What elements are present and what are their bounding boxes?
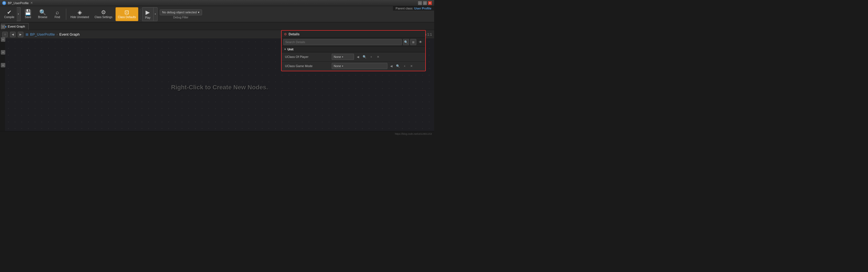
details-section-header[interactable]: ▼ Unit: [282, 47, 425, 52]
debug-dropdown-arrow: ▾: [198, 10, 199, 14]
minimize-button[interactable]: −: [418, 1, 422, 5]
uclass-player-value: None: [334, 55, 341, 58]
row-label-uclass-player: UClass Of Player: [285, 55, 330, 58]
status-url: https://blog.csdn.net/u012801153: [395, 132, 432, 135]
class-settings-label: Class Settings: [95, 16, 113, 19]
title-bar: B BP_UserProfile ✕ − □ ✕: [0, 0, 434, 6]
row-control-uclass-gamemode: None ▾ ◀ 🔍 + ✕: [332, 63, 422, 69]
browse-button[interactable]: 🔍 Browse: [36, 7, 50, 21]
debug-dropdown[interactable]: No debug object selected ▾: [160, 9, 202, 15]
find-button[interactable]: ⌕ Find: [50, 7, 64, 21]
uclass-player-add-btn[interactable]: +: [368, 54, 374, 60]
tab-label: Event Graph: [8, 25, 25, 28]
uclass-player-back-btn[interactable]: ◀: [355, 54, 361, 60]
canvas-hint: Right-Click to Create New Nodes.: [171, 84, 268, 91]
details-row-uclass-gamemode: UClass Game Mode None ▾ ◀ 🔍 + ✕: [282, 62, 425, 71]
browse-label: Browse: [38, 16, 47, 19]
details-grid-button[interactable]: ⊞: [410, 39, 416, 45]
app-icon: B: [2, 1, 6, 5]
uclass-gamemode-value: None: [334, 64, 341, 68]
save-button[interactable]: 💾 Save: [21, 7, 35, 21]
maximize-button[interactable]: □: [423, 1, 427, 5]
tab-bar: ■ Event Graph: [0, 22, 434, 30]
uclass-gamemode-select[interactable]: None ▾: [332, 63, 388, 69]
parent-class-bar: Parent class: User Profile: [393, 6, 434, 10]
section-collapse-arrow: ▼: [284, 48, 286, 51]
find-icon: ⌕: [56, 9, 59, 15]
class-settings-icon: ⚙: [101, 9, 106, 15]
title-close-x: ✕: [30, 1, 33, 5]
details-search-input[interactable]: [283, 39, 402, 45]
uclass-player-select[interactable]: None ▾: [332, 54, 354, 60]
play-icon: ▶: [146, 9, 150, 16]
class-defaults-button[interactable]: ⊡ Class Defaults: [116, 7, 138, 21]
uclass-gamemode-add-btn[interactable]: +: [402, 63, 407, 69]
class-settings-button[interactable]: ⚙ Class Settings: [92, 7, 115, 21]
add-btn-1[interactable]: +: [1, 25, 5, 29]
details-eye-button[interactable]: 👁: [417, 39, 424, 45]
forward-button[interactable]: ▶: [18, 32, 23, 37]
close-button[interactable]: ✕: [428, 1, 432, 5]
add-btn-3[interactable]: +: [1, 50, 5, 55]
save-label: Save: [25, 16, 31, 19]
uclass-gamemode-clear-btn[interactable]: ✕: [408, 63, 414, 69]
browse-icon: 🔍: [39, 9, 46, 15]
toolbar: ✔ Compile ▾ 💾 Save 🔍 Browse ⌕ Find ◈ Hid…: [0, 6, 434, 22]
play-label: Play: [145, 16, 150, 19]
title-bar-buttons: − □ ✕: [418, 1, 432, 5]
debug-value: No debug object selected: [162, 10, 197, 14]
hide-unrelated-button[interactable]: ◈ Hide Unrelated: [68, 7, 92, 21]
details-search-button[interactable]: 🔍: [403, 39, 409, 45]
compile-dropdown-arrow[interactable]: ▾: [17, 7, 21, 21]
compile-label: Compile: [4, 16, 14, 19]
class-defaults-label: Class Defaults: [118, 16, 136, 19]
section-label: Unit: [287, 48, 293, 51]
uclass-player-arrow: ▾: [342, 56, 343, 58]
uclass-gamemode-back-btn[interactable]: ◀: [389, 63, 394, 69]
breadcrumb-project[interactable]: BP_UserProfile: [30, 32, 55, 36]
hide-icon: ◈: [78, 9, 82, 15]
details-header: ⚙ Details: [282, 31, 425, 38]
play-dropdown-arrow[interactable]: ▾: [154, 7, 157, 21]
play-group: ▶ Play ▾: [142, 7, 157, 21]
title-bar-left: B BP_UserProfile ✕: [2, 1, 33, 5]
uclass-player-clear-btn[interactable]: ✕: [375, 54, 381, 60]
add-btn-4[interactable]: +: [1, 63, 5, 67]
compile-group: ✔ Compile ▾: [2, 7, 21, 21]
uclass-gamemode-arrow: ▾: [342, 65, 343, 67]
parent-class-label: Parent class:: [396, 7, 413, 10]
add-btn-2[interactable]: +: [1, 37, 5, 42]
find-label: Find: [55, 16, 60, 19]
row-control-uclass-player: None ▾ ◀ 🔍 + ✕: [332, 54, 422, 60]
compile-icon: ✔: [7, 9, 12, 15]
row-label-uclass-gamemode: UClass Game Mode: [285, 64, 330, 68]
uclass-player-search-btn[interactable]: 🔍: [362, 54, 367, 60]
class-defaults-icon: ⊡: [124, 9, 129, 15]
debug-label: Debug Filter: [173, 16, 188, 19]
separator-2: [140, 9, 140, 20]
left-add-buttons: + + + +: [0, 22, 6, 69]
breadcrumb: ⊞ BP_UserProfile › Event Graph: [26, 32, 80, 36]
breadcrumb-grid-icon: ⊞: [26, 33, 28, 36]
separator-1: [66, 9, 66, 20]
play-button[interactable]: ▶ Play: [142, 7, 153, 21]
breadcrumb-current: Event Graph: [59, 32, 80, 36]
details-row-uclass-player: UClass Of Player None ▾ ◀ 🔍 + ✕: [282, 52, 425, 62]
details-panel: ⚙ Details 🔍 ⊞ 👁 ▼ Unit UClass Of Player …: [281, 30, 426, 71]
uclass-gamemode-search-btn[interactable]: 🔍: [395, 63, 401, 69]
save-icon: 💾: [25, 9, 31, 15]
title-text: BP_UserProfile: [8, 1, 29, 5]
details-search-bar: 🔍 ⊞ 👁: [282, 38, 425, 47]
details-header-icon: ⚙: [284, 32, 287, 36]
compile-button[interactable]: ✔ Compile: [2, 7, 17, 21]
hide-label: Hide Unrelated: [70, 16, 89, 19]
status-bar: https://blog.csdn.net/u012801153: [0, 131, 434, 136]
details-title: Details: [288, 32, 300, 36]
debug-filter: No debug object selected ▾ Debug Filter: [160, 9, 202, 19]
back-button[interactable]: ◀: [10, 32, 16, 37]
parent-class-value: User Profile: [414, 7, 431, 10]
breadcrumb-separator: ›: [57, 32, 58, 36]
